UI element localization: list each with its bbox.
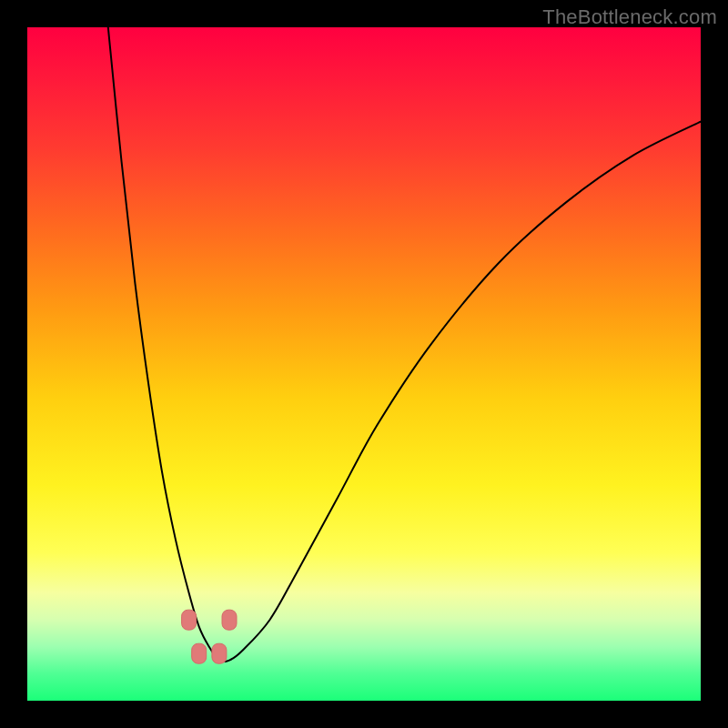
bottleneck-curve <box>108 27 701 662</box>
curve-svg <box>27 27 701 701</box>
plot-area <box>27 27 701 701</box>
watermark-text: TheBottleneck.com <box>542 5 717 29</box>
curve-markers <box>182 610 237 663</box>
curve-marker <box>182 610 197 630</box>
curve-marker <box>222 610 237 630</box>
curve-marker <box>192 643 207 663</box>
curve-marker <box>212 643 227 663</box>
chart-frame: TheBottleneck.com <box>0 0 728 728</box>
